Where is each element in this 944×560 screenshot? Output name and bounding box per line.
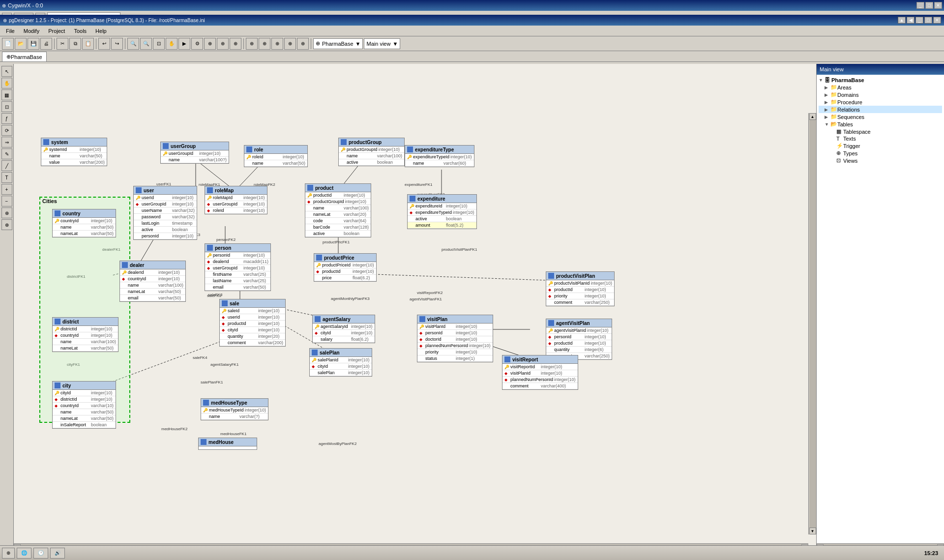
main-tab[interactable]: ⊕ PharmaBase [2,52,47,61]
table-productgroup[interactable]: productGroup 🔑 productGroupId integer(10… [338,138,405,166]
table-expendituretype[interactable]: expenditureType 🔑 expenditureTypeId inte… [405,145,474,167]
tool-print[interactable]: 🖨 [40,38,52,50]
table-visitplan[interactable]: visitPlan 🔑 visitPlanId integer(10) ◆ pe… [417,315,493,362]
table-rolemap[interactable]: roleMap 🔑 roleMapId integer(10) ◆ userGr… [205,186,267,214]
vertical-scrollbar[interactable]: ▲ ▼ [808,113,816,534]
view-select[interactable]: Main view ▼ [364,38,400,49]
table-product[interactable]: product 🔑 productId integer(10) ◆ produc… [305,183,371,237]
table-visitreport[interactable]: visitReport 🔑 visitReportId integer(10) … [502,355,578,390]
tree-item-relations[interactable]: ▶ 📁 Relations [819,106,942,113]
start-area[interactable]: ⊕ [2,548,15,559]
table-agentvisitplan[interactable]: agentVisitPlan 🔑 agentVisitPlanId intege… [546,319,612,360]
tree-root[interactable]: ▼ 🗄 PharmaBase [819,77,942,84]
tree-item-trigger[interactable]: ⚡ Trigger [819,142,942,149]
table-role[interactable]: role 🔑 roleId integer(10) name varchar(5… [244,145,308,167]
speaker-icon[interactable]: 🔊 [50,548,65,559]
tool-new[interactable]: 📄 [2,38,14,50]
menu-modify[interactable]: Modify [20,27,43,35]
table-district[interactable]: district 🔑 districtId integer(10) ◆ coun… [52,317,118,352]
tree-toggle-root[interactable]: ▼ [819,78,825,83]
tree-item-views[interactable]: ⊡ Views [819,157,942,164]
table-medhousetype[interactable]: medHouseType 🔑 medHouseTypeId integer(10… [201,398,268,420]
tree-item-domains[interactable]: ▶ 📁 Domains [819,91,942,98]
table-country[interactable]: country 🔑 countryId integer(10) name var… [52,209,116,237]
lt-fk[interactable]: ⇒ [1,137,12,147]
tree-view[interactable]: ▼ 🗄 PharmaBase ▶ 📁 Areas ▶ 📁 Domains ▶ [817,75,944,543]
table-productvisitplan[interactable]: productVisitPlan 🔑 productVisitPlanId in… [546,271,615,306]
lt-select[interactable]: ↖ [1,66,12,77]
table-medhouse[interactable]: medHouse [198,438,257,450]
tool-save[interactable]: 💾 [28,38,39,50]
scroll-down-btn[interactable]: ▼ [809,528,816,534]
menu-help[interactable]: Help [91,27,111,35]
lt-func[interactable]: ƒ [1,113,12,124]
tool-hand[interactable]: ✋ [166,38,177,50]
tree-toggle-tables[interactable]: ▼ [825,122,830,127]
pg-minimize2-btn[interactable]: _ [915,17,923,24]
db-select[interactable]: ⊕ PharmaBase ▼ [313,38,363,49]
table-agentsalary[interactable]: agentSalary 🔑 agentSalaryId integer(10) … [312,315,375,343]
tree-toggle[interactable]: ▶ [825,115,830,119]
outer-win-controls[interactable]: _ □ ✕ [916,2,942,9]
tool-paste[interactable]: 📋 [82,38,94,50]
table-productprice[interactable]: productPrice 🔑 productPriceId integer(10… [314,253,377,282]
tree-toggle[interactable]: ▶ [825,100,830,105]
minimize-btn[interactable]: _ [916,2,924,9]
tree-toggle[interactable]: ▶ [825,85,830,90]
menu-tools[interactable]: Tools [70,27,90,35]
tool-extra7[interactable]: ⊕ [284,38,296,50]
tree-item-texts[interactable]: T Texts [819,135,942,142]
lt-hand[interactable]: ✋ [1,78,12,88]
tool-extra1[interactable]: ⊕ [204,38,216,50]
tool-extra3[interactable]: ⊕ [230,38,241,50]
tool-zoom-in[interactable]: 🔍 [127,38,139,50]
lt-note[interactable]: ✎ [1,148,12,159]
clock-icon[interactable]: 🕐 [33,548,48,559]
tree-item-tablespace[interactable]: ▦ Tablespace [819,128,942,135]
lt-view[interactable]: ⊡ [1,101,12,112]
lt-text[interactable]: T [1,172,12,183]
tool-extra6[interactable]: ⊕ [271,38,283,50]
tool-extra4[interactable]: ⊕ [246,38,258,50]
tool-redo[interactable]: ↪ [111,38,123,50]
table-usergroup[interactable]: userGroup 🔑 userGroupId integer(10) name… [160,142,229,164]
table-person[interactable]: person 🔑 personId integer(10) ◆ dealerId… [205,243,271,291]
lt-table[interactable]: ▦ [1,89,12,100]
tree-item-procedure[interactable]: ▶ 📁 Procedure [819,98,942,106]
scroll-track-v[interactable] [809,120,816,528]
table-saleplan[interactable]: salePlan 🔑 salePlanId integer(10) ◆ city… [309,348,372,377]
tree-toggle-relations[interactable]: ▶ [825,107,830,112]
close-btn[interactable]: ✕ [934,2,942,9]
tool-extra2[interactable]: ⊕ [217,38,229,50]
tool-undo[interactable]: ↩ [98,38,110,50]
lt-line[interactable]: ╱ [1,160,12,171]
tool-open[interactable]: 📂 [15,38,27,50]
table-dealer[interactable]: dealer 🔑 dealerId integer(10) ◆ countryI… [119,261,186,302]
table-expenditure[interactable]: expenditure 🔑 expenditureId integer(10) … [407,194,477,229]
tool-copy[interactable]: ⧉ [69,38,81,50]
pg-taskbar-btn[interactable]: 🌐 [17,548,31,559]
lt-extra2[interactable]: ⊕ [1,219,12,230]
table-user[interactable]: user 🔑 userId integer(10) ◆ userGroupId … [133,186,197,240]
tool-zoom-out[interactable]: 🔍 [140,38,152,50]
tool-extra8[interactable]: ⊕ [297,38,309,50]
lt-zoom-out[interactable]: − [1,196,12,206]
tool-zoom-fit[interactable]: ⊡ [153,38,165,50]
table-city[interactable]: city 🔑 cityId integer(10) ◆ districtId i… [52,381,116,429]
table-sale[interactable]: sale 🔑 saleId integer(10) ◆ userId integ… [219,299,286,347]
canvas-area[interactable]: userFK1 roleMapFK1 roleMapFK2 productFK1… [14,64,816,551]
tree-toggle[interactable]: ▶ [825,92,830,97]
menu-project[interactable]: Project [44,27,69,35]
pg-minimize-btn[interactable]: ▲ [898,17,906,24]
tree-item-sequences[interactable]: ▶ 📁 Sequences [819,113,942,120]
pg-restore-btn[interactable]: ◀ [907,17,914,24]
table-system[interactable]: system 🔑 systemId integer(10) name varch… [41,138,107,166]
scroll-up-btn[interactable]: ▲ [809,113,816,120]
pg-win-controls[interactable]: ▲ ◀ _ □ ✕ [898,17,941,24]
tree-item-tables[interactable]: ▼ 📂 Tables [819,120,942,128]
lt-zoom-in[interactable]: + [1,184,12,195]
tool-run[interactable]: ▶ [178,38,190,50]
tool-extra5[interactable]: ⊕ [259,38,270,50]
menu-file[interactable]: File [2,27,19,35]
maximize-btn[interactable]: □ [925,2,933,9]
